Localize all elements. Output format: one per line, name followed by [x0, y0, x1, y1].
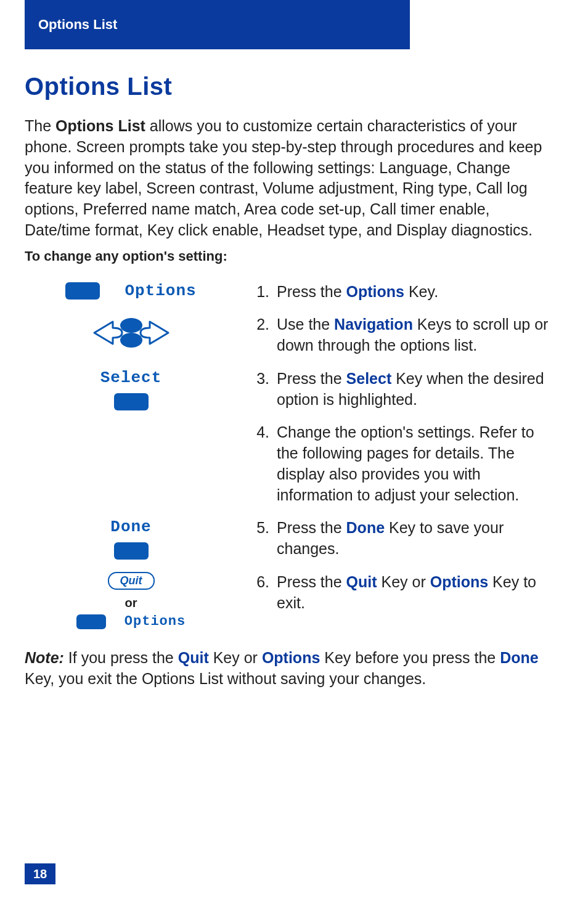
- visual-step-5: Done: [25, 512, 237, 566]
- page-title: Options List: [25, 73, 551, 100]
- step-body: Press the Select Key when the desired op…: [277, 369, 551, 410]
- key-name: Done: [500, 649, 539, 666]
- intro-bold: Options List: [55, 117, 145, 134]
- step-text-5: 5.Press the Done Key to save your change…: [243, 512, 551, 566]
- key-name: Navigation: [334, 316, 413, 333]
- page-content: Options List The Options List allows you…: [25, 62, 551, 705]
- step-number: 3.: [243, 369, 277, 410]
- key-name: Quit: [178, 649, 209, 666]
- step-number: 6.: [243, 572, 277, 614]
- header-tab: Options List: [25, 0, 410, 49]
- softkey-icon: [114, 393, 149, 410]
- visual-step-6: Quit or Options: [25, 566, 237, 635]
- navigation-keys-icon: [88, 314, 174, 351]
- lcd-label-options: Options: [125, 282, 196, 300]
- intro-pre: The: [25, 117, 55, 134]
- key-name: Options: [346, 283, 404, 300]
- step-text-1: 1.Press the Options Key.: [243, 275, 551, 309]
- softkey-icon: [76, 614, 106, 629]
- key-name: Done: [346, 519, 385, 536]
- subheading: To change any option's setting:: [25, 248, 551, 264]
- step-text-4: 4.Change the option's settings. Refer to…: [243, 416, 551, 512]
- note-paragraph: Note: If you press the Quit Key or Optio…: [25, 648, 551, 690]
- header-title: Options List: [38, 17, 117, 33]
- step-text-2: 2.Use the Navigation Keys to scroll up o…: [243, 308, 551, 362]
- step-body: Press the Done Key to save your changes.: [277, 518, 551, 560]
- or-label: or: [125, 596, 137, 610]
- key-name: Options: [262, 649, 320, 666]
- softkey-icon: [114, 542, 149, 560]
- key-name: Quit: [346, 573, 377, 590]
- step-body: Use the Navigation Keys to scroll up or …: [277, 314, 551, 356]
- step-body: Press the Quit Key or Options Key to exi…: [277, 572, 551, 614]
- step-body: Change the option's settings. Refer to t…: [277, 422, 551, 505]
- step-number: 1.: [243, 282, 277, 303]
- lcd-label-select: Select: [100, 369, 162, 387]
- step-number: 5.: [243, 518, 277, 560]
- visual-step-3: Select: [25, 362, 237, 512]
- step-text-3: 3.Press the Select Key when the desired …: [243, 362, 551, 417]
- svg-point-1: [120, 333, 142, 348]
- quit-key-icon: Quit: [108, 572, 155, 590]
- note-label: Note:: [25, 649, 64, 666]
- step-number: 4.: [243, 422, 277, 505]
- visual-step-2: [25, 308, 237, 362]
- svg-point-0: [120, 318, 142, 333]
- step-number: 2.: [243, 314, 277, 356]
- key-name: Select: [346, 370, 392, 387]
- lcd-label-options: Options: [125, 614, 186, 629]
- intro-post: allows you to customize certain characte…: [25, 117, 542, 238]
- note-body: If you press the Quit Key or Options Key…: [25, 649, 539, 687]
- intro-paragraph: The Options List allows you to customize…: [25, 116, 551, 241]
- visual-step-1: Options: [25, 275, 237, 309]
- step-body: Press the Options Key.: [277, 282, 438, 303]
- key-name: Options: [430, 573, 488, 590]
- page-number: 18: [25, 863, 55, 884]
- lcd-label-done: Done: [110, 518, 151, 536]
- steps-grid: Options 1.Press the Options Key. 2.Use t…: [25, 275, 551, 636]
- softkey-icon: [65, 282, 100, 300]
- step-text-6: 6.Press the Quit Key or Options Key to e…: [243, 566, 551, 635]
